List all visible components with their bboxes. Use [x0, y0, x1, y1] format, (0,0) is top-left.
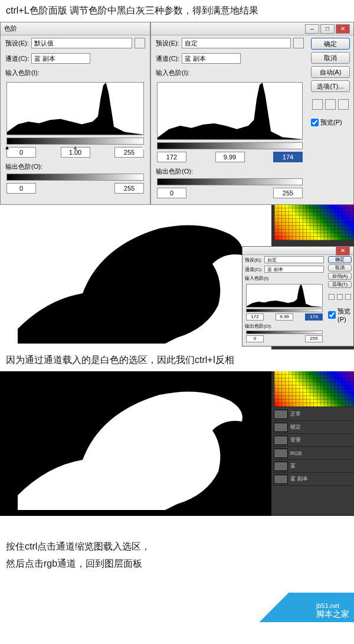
ok-button[interactable]: 确定	[328, 256, 352, 263]
preset-menu-icon[interactable]	[135, 38, 145, 48]
preset-dropdown[interactable]: 自定	[264, 256, 324, 263]
close-icon[interactable]: ✕	[336, 24, 350, 34]
ok-button[interactable]: 确定	[311, 38, 350, 50]
cancel-button[interactable]: 取消	[311, 52, 350, 64]
watermark: jb51.net 脚本之家	[248, 593, 354, 622]
channel-row[interactable]: RGB	[271, 447, 354, 460]
maximize-icon[interactable]: □	[320, 24, 335, 34]
input-slider[interactable]	[157, 142, 303, 149]
preset-dropdown[interactable]: 自定	[182, 38, 291, 48]
layer-thumb-icon	[274, 423, 288, 432]
options-button[interactable]: 选项(T)...	[311, 80, 350, 92]
cancel-button[interactable]: 取消	[328, 264, 352, 272]
shadow-input[interactable]	[6, 147, 36, 158]
histogram	[157, 82, 303, 140]
photoshop-canvas-2: 正常 锁定 背景 RGB 蓝 蓝 副本	[0, 371, 354, 516]
titlebar[interactable]: 色阶	[1, 22, 150, 35]
eyedropper-black-icon[interactable]	[312, 99, 323, 110]
levels-panels: 色阶 预设(E): 默认值 通道(C): 蓝 副本 输入色阶(I): ▲ ▲ ▲	[0, 22, 354, 205]
layer-row[interactable]: 背景	[271, 434, 354, 447]
titlebar[interactable]: ✕	[242, 247, 353, 255]
out-highlight-input[interactable]	[114, 183, 144, 194]
output-levels-label: 输出色阶(O):	[156, 167, 193, 176]
eagle-silhouette-inverted	[12, 377, 266, 510]
preview-checkbox[interactable]: 预览(P)	[328, 307, 352, 323]
auto-button[interactable]: 自动(A)	[311, 66, 350, 78]
minimize-icon[interactable]: –	[305, 24, 319, 34]
output-slider[interactable]	[246, 331, 323, 334]
color-swatches-panel[interactable]	[274, 205, 354, 240]
levels-dialog-left: 色阶 预设(E): 默认值 通道(C): 蓝 副本 输入色阶(I): ▲ ▲ ▲	[0, 22, 150, 205]
channel-thumb-icon	[274, 449, 288, 458]
channel-row[interactable]: 蓝	[271, 460, 354, 473]
eyedropper-gray-icon[interactable]	[325, 99, 336, 110]
histogram	[6, 82, 144, 135]
histogram	[246, 284, 323, 308]
preset-label: 预设(E):	[5, 39, 29, 48]
layer-row[interactable]: 锁定	[271, 421, 354, 434]
preset-dropdown[interactable]: 默认值	[31, 38, 132, 48]
layer-thumb-icon	[274, 410, 288, 419]
channel-dropdown[interactable]: 蓝 副本	[182, 53, 241, 64]
highlight-handle[interactable]: ▲	[140, 144, 146, 151]
channel-dropdown[interactable]: 蓝 副本	[31, 53, 90, 64]
shadow-input[interactable]	[157, 152, 186, 162]
output-slider[interactable]	[6, 174, 144, 181]
mid-handle[interactable]: ▲	[73, 144, 78, 151]
channel-thumb-icon	[274, 462, 288, 471]
options-button[interactable]: 选项(T)	[328, 281, 352, 288]
preview-checkbox[interactable]: 预览(P)	[311, 118, 350, 127]
channel-row[interactable]: 蓝 副本	[271, 473, 354, 486]
close-icon[interactable]: ✕	[336, 246, 350, 256]
auto-button[interactable]: 自动(A)	[328, 273, 352, 280]
input-slider[interactable]	[246, 309, 323, 312]
input-levels-label: 输入色阶(I):	[5, 68, 39, 77]
output-levels-label: 输出色阶(O):	[5, 162, 42, 171]
levels-dialog-right: – □ ✕ 预设(E): 自定 通道(C): 蓝 副本 输入色阶(I):	[150, 22, 354, 205]
canvas-black[interactable]	[0, 371, 271, 516]
output-slider[interactable]	[157, 178, 303, 185]
eagle-silhouette	[12, 211, 266, 344]
canvas-white[interactable]	[0, 205, 271, 349]
out-shadow-input[interactable]	[157, 188, 186, 198]
layer-thumb-icon	[274, 436, 288, 445]
eyedropper-gray-icon[interactable]	[337, 294, 343, 300]
input-levels-label: 输入色阶(I):	[156, 68, 189, 77]
preset-menu-icon[interactable]	[293, 38, 304, 48]
layers-panel[interactable]: 正常 锁定 背景 RGB 蓝 蓝 副本	[271, 408, 354, 514]
caption-middle: 因为通过通道载入的是白色的选区，因此我们ctrl+I反相	[0, 349, 354, 371]
highlight-input[interactable]	[114, 147, 144, 158]
caption-bottom: 按住ctrl点击通道缩览图载入选区， 然后点击rgb通道，回到图层面板	[0, 528, 354, 580]
eyedropper-black-icon[interactable]	[329, 294, 335, 300]
out-shadow-input[interactable]	[6, 183, 36, 194]
channel-label: 通道(C):	[156, 54, 179, 63]
preset-label: 预设(E):	[156, 39, 179, 48]
photoshop-canvas-1: ✕ 预设(E):自定 通道(C):蓝 副本 输入色阶(I): 172 9.99 …	[0, 205, 354, 349]
highlight-input[interactable]	[273, 152, 303, 162]
channel-dropdown[interactable]: 蓝 副本	[264, 266, 324, 273]
eyedropper-white-icon[interactable]	[345, 294, 351, 300]
levels-dialog-mini: ✕ 预设(E):自定 通道(C):蓝 副本 输入色阶(I): 172 9.99 …	[242, 246, 354, 346]
channel-label: 通道(C):	[5, 54, 29, 63]
channel-thumb-icon	[274, 475, 288, 484]
mid-input[interactable]	[215, 152, 245, 162]
eyedropper-white-icon[interactable]	[338, 99, 349, 110]
color-swatches-panel[interactable]	[274, 371, 354, 407]
dialog-title: 色阶	[4, 24, 17, 33]
out-highlight-input[interactable]	[273, 188, 303, 198]
shadow-handle[interactable]: ▲	[4, 144, 10, 151]
titlebar[interactable]: – □ ✕	[151, 22, 353, 35]
layer-row[interactable]: 正常	[271, 408, 354, 421]
input-slider[interactable]: ▲ ▲ ▲	[6, 138, 144, 145]
caption-top: ctrl+L色阶面版 调节色阶中黑白灰三种参数，得到满意地结果	[0, 0, 354, 22]
